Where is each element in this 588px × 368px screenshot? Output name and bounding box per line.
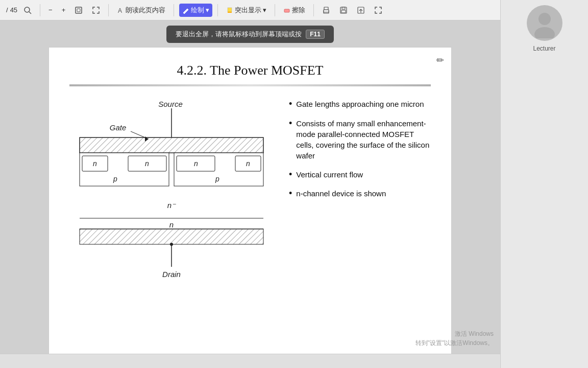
print-button[interactable] [319, 4, 333, 16]
svg-point-0 [24, 7, 30, 12]
svg-rect-13 [341, 10, 346, 13]
annotate-label: 朗读此页内容 [126, 6, 165, 15]
share-button[interactable] [354, 4, 368, 16]
sep5 [275, 4, 275, 16]
toast-key: F11 [306, 30, 325, 39]
svg-rect-41 [80, 229, 263, 244]
edit-icon[interactable]: ✏ [436, 55, 444, 66]
bullet-item-2: • Consists of many small enhancement-mod… [289, 118, 431, 161]
sep4 [217, 4, 218, 16]
slide-divider [69, 84, 431, 86]
svg-text:n: n [194, 159, 198, 168]
svg-rect-6 [228, 12, 232, 13]
highlight-label: 突出显示 [235, 6, 261, 15]
bullet-text-3: Vertical current flow [296, 169, 363, 180]
bullet-text-1: Gate lengths approaching one micron [296, 99, 424, 110]
lecturer-avatar [527, 5, 562, 41]
windows-line2: 转到"设置"以激活Windows。 [415, 338, 494, 348]
bullet-text-2: Consists of many small enhancement-mode … [296, 118, 431, 161]
svg-text:Source: Source [158, 100, 183, 108]
svg-text:n: n [145, 159, 149, 168]
bullet-dot-4: • [289, 188, 292, 199]
save-button[interactable] [336, 4, 351, 16]
erase-button[interactable]: 擦除 [280, 4, 308, 17]
lecturer-label: Lecturer [533, 45, 555, 52]
svg-rect-10 [324, 10, 329, 12]
sep6 [313, 4, 314, 16]
svg-text:A: A [118, 7, 122, 14]
svg-line-1 [29, 12, 31, 14]
svg-point-46 [538, 13, 551, 25]
bullet-dot-3: • [289, 169, 292, 180]
bullet-item-3: • Vertical current flow [289, 169, 431, 180]
svg-text:p: p [113, 175, 117, 183]
draw-chevron: ▾ [206, 6, 209, 14]
windows-line1: 激活 Windows [415, 329, 494, 338]
bullet-item-4: • n-channel device is shown [289, 188, 431, 199]
svg-text:n: n [246, 159, 250, 168]
search-button[interactable] [20, 4, 35, 16]
sidebar-right: Lecturer [500, 0, 588, 368]
toolbar: / 45 − + A 朗读此页内容 绘制 ▾ 突出显示 ▾ 擦除 [0, 0, 500, 20]
windows-activation: 激活 Windows 转到"设置"以激活Windows。 [415, 329, 494, 348]
svg-rect-7 [284, 9, 289, 12]
zoom-out-button[interactable]: − [45, 4, 56, 16]
diagram-area: Source Gate [69, 96, 274, 290]
fullscreen2-button[interactable] [371, 4, 385, 16]
bullet-list: • Gate lengths approaching one micron • … [289, 96, 431, 290]
svg-point-47 [534, 27, 555, 38]
bullet-dot-2: • [289, 118, 292, 161]
sep3 [174, 4, 174, 16]
zoom-in-button[interactable]: + [59, 4, 69, 16]
svg-text:n: n [169, 220, 174, 229]
draw-label: 绘制 [191, 6, 204, 15]
annotate-text-button[interactable]: A 朗读此页内容 [114, 4, 168, 17]
highlight-button[interactable]: 突出显示 ▾ [223, 4, 270, 17]
erase-label: 擦除 [292, 6, 305, 15]
svg-point-43 [170, 243, 173, 246]
bullet-item-1: • Gate lengths approaching one micron [289, 99, 431, 110]
bullet-text-4: n-channel device is shown [296, 188, 386, 199]
sep2 [108, 4, 109, 16]
svg-rect-2 [76, 7, 82, 13]
fit-page-button[interactable] [71, 4, 86, 16]
svg-rect-5 [228, 8, 232, 12]
slide-body: Source Gate [69, 96, 431, 290]
svg-rect-9 [324, 7, 328, 10]
slide-title: 4.2.2. The Power MOSFET [69, 63, 431, 78]
svg-text:p: p [215, 175, 219, 183]
svg-text:n: n [93, 159, 97, 168]
bottom-bar [0, 354, 500, 368]
mosfet-diagram: Source Gate [69, 96, 274, 290]
fullscreen-toast: 要退出全屏，请将鼠标移动到屏幕顶端或按 F11 [166, 26, 334, 43]
svg-rect-12 [342, 7, 345, 9]
svg-rect-24 [80, 137, 263, 153]
slide-container: ✏ 4.2.2. The Power MOSFET Source Gate [48, 47, 452, 364]
page-total: 45 [10, 6, 17, 14]
fullscreen-button[interactable] [89, 4, 103, 16]
sep1 [40, 4, 40, 16]
page-sep: / [6, 6, 8, 14]
svg-text:Drain: Drain [162, 270, 181, 279]
page-indicator: / 45 [4, 6, 17, 14]
highlight-chevron: ▾ [263, 6, 266, 14]
svg-rect-3 [77, 9, 80, 12]
svg-text:Gate: Gate [110, 123, 127, 132]
svg-text:n⁻: n⁻ [167, 201, 176, 210]
main-area: 要退出全屏，请将鼠标移动到屏幕顶端或按 F11 ✏ 4.2.2. The Pow… [0, 20, 500, 368]
draw-button[interactable]: 绘制 ▾ [179, 4, 212, 17]
bullet-dot-1: • [289, 99, 292, 110]
toast-text: 要退出全屏，请将鼠标移动到屏幕顶端或按 [176, 30, 302, 39]
